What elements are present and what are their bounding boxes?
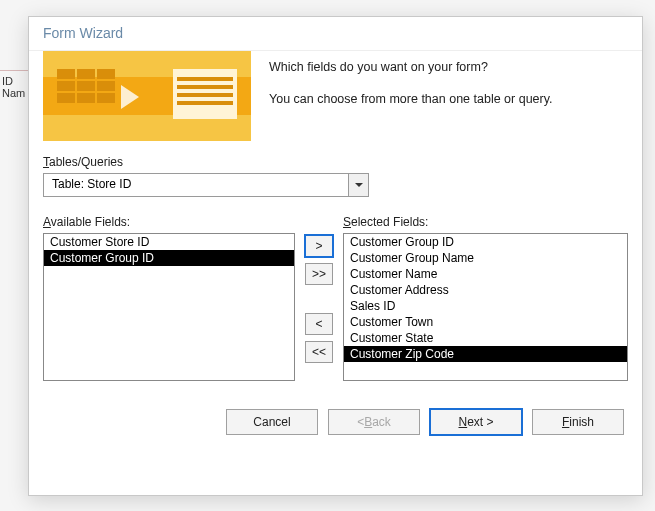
selected-fields-listbox[interactable]: Customer Group IDCustomer Group NameCust… (343, 233, 628, 381)
wizard-illustration (43, 51, 251, 141)
list-item[interactable]: Customer Group Name (344, 250, 627, 266)
remove-all-fields-button[interactable]: << (305, 341, 333, 363)
intro-line2: You can choose from more than one table … (269, 91, 553, 109)
dialog-title: Form Wizard (29, 17, 642, 51)
cancel-button[interactable]: Cancel (226, 409, 318, 435)
selected-column: Selected Fields: Customer Group IDCustom… (343, 215, 628, 381)
list-item[interactable]: Customer Address (344, 282, 627, 298)
list-item[interactable]: Customer Town (344, 314, 627, 330)
list-item[interactable]: Customer State (344, 330, 627, 346)
bg-text-nam: Nam (2, 87, 26, 99)
background-panel: ID Nam (0, 70, 28, 110)
dialog-content: Which fields do you want on your form? Y… (29, 51, 642, 449)
form-wizard-dialog: Form Wizard Which fields do you want on … (28, 16, 643, 496)
back-button[interactable]: < Back (328, 409, 420, 435)
tables-queries-combo[interactable]: Table: Store ID (43, 173, 369, 197)
tables-queries-label: Tables/Queries (43, 155, 628, 169)
wizard-intro-text: Which fields do you want on your form? Y… (269, 51, 553, 141)
next-button[interactable]: Next > (430, 409, 522, 435)
add-all-fields-button[interactable]: >> (305, 263, 333, 285)
move-buttons-column: > >> < << (305, 215, 333, 381)
combo-value: Table: Store ID (44, 174, 348, 196)
list-item[interactable]: Customer Name (344, 266, 627, 282)
bg-text-id: ID (2, 75, 26, 87)
selected-fields-label: Selected Fields: (343, 215, 628, 229)
chevron-down-icon (355, 183, 363, 187)
finish-button[interactable]: Finish (532, 409, 624, 435)
available-column: Available Fields: Customer Store IDCusto… (43, 215, 295, 381)
hero-row: Which fields do you want on your form? Y… (43, 51, 628, 141)
combo-dropdown-button[interactable] (348, 174, 368, 196)
available-fields-listbox[interactable]: Customer Store IDCustomer Group ID (43, 233, 295, 381)
list-item[interactable]: Customer Store ID (44, 234, 294, 250)
list-item[interactable]: Customer Zip Code (344, 346, 627, 362)
add-field-button[interactable]: > (305, 235, 333, 257)
available-fields-label: Available Fields: (43, 215, 295, 229)
remove-field-button[interactable]: < (305, 313, 333, 335)
list-item[interactable]: Customer Group ID (44, 250, 294, 266)
dialog-footer: Cancel < Back Next > Finish (43, 409, 628, 435)
fields-row: Available Fields: Customer Store IDCusto… (43, 215, 628, 381)
list-item[interactable]: Customer Group ID (344, 234, 627, 250)
list-item[interactable]: Sales ID (344, 298, 627, 314)
intro-line1: Which fields do you want on your form? (269, 59, 553, 77)
